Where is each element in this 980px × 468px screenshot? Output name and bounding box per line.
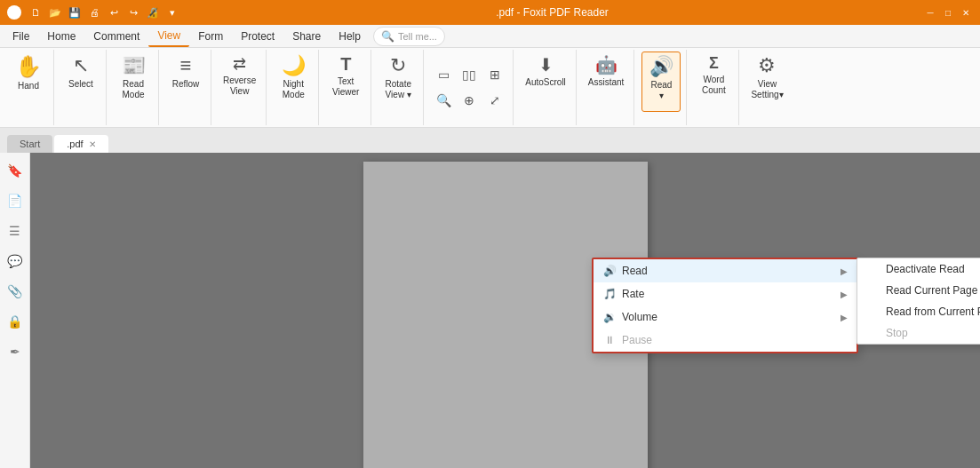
pageview-double-btn[interactable]: ▯▯	[457, 62, 482, 87]
stop-label: Stop	[886, 327, 908, 339]
sidebar-comment-icon[interactable]: 💬	[4, 250, 26, 272]
dropdown-read-item[interactable]: 🔊 Read ▶ Deactivate Read Read Current Pa…	[594, 259, 857, 282]
hand-icon: ✋	[15, 54, 42, 79]
ribbon-toolbar: ✋ Hand ↖ Select 📰 ReadMode ≡ Reflow	[0, 48, 980, 128]
open-btn[interactable]: 📂	[46, 4, 64, 21]
textviewer-label: TextViewer	[332, 76, 359, 98]
viewsetting-group-items: ⚙ ViewSetting▾	[746, 52, 787, 123]
print-btn[interactable]: 🖨	[85, 4, 103, 21]
dropdown-volume-label: Volume	[622, 311, 835, 323]
rotateview-button[interactable]: ↻ RotateView ▾	[378, 52, 418, 112]
menu-share[interactable]: Share	[283, 27, 330, 46]
sidebar-attachment-icon[interactable]: 📎	[4, 281, 26, 302]
customize-btn[interactable]: ▾	[163, 4, 181, 21]
sidebar-page-icon[interactable]: 📄	[4, 190, 26, 211]
menu-file[interactable]: File	[4, 27, 38, 46]
ribbon-group-read: 🔊 Read▾	[636, 50, 687, 125]
tab-start[interactable]: Start	[7, 135, 52, 153]
ribbon-group-autoscroll: ⬇ AutoScroll	[515, 50, 577, 125]
submenu-stop: Stop	[857, 322, 980, 344]
wordcount-icon: Σ	[709, 54, 719, 73]
textviewer-button[interactable]: T TextViewer	[326, 52, 365, 112]
tell-me-text: Tell me...	[398, 31, 437, 42]
new-btn[interactable]: 🗋	[27, 4, 44, 21]
fullscreen-btn[interactable]: ⤢	[482, 88, 507, 113]
nightmode-button[interactable]: 🌙 NightMode	[274, 52, 313, 112]
dropdown-volume-item[interactable]: 🔉 Volume ▶	[594, 305, 857, 329]
rotateview-label: RotateView ▾	[386, 79, 411, 100]
save-btn[interactable]: 💾	[66, 4, 84, 21]
select-group-items: ↖ Select	[61, 52, 100, 123]
ribbon-group-textviewer: T TextViewer	[321, 50, 371, 125]
nightmode-icon: 🌙	[282, 54, 306, 77]
readmode-label: ReadMode	[122, 79, 144, 100]
read-dropdown-menu: 🔊 Read ▶ Deactivate Read Read Current Pa…	[592, 258, 858, 353]
menu-view[interactable]: View	[148, 26, 189, 47]
submenu-readcurrentpage[interactable]: Read Current Page	[857, 280, 980, 301]
autoscroll-button[interactable]: ⬇ AutoScroll	[521, 52, 570, 112]
read-button[interactable]: 🔊 Read▾	[641, 52, 681, 112]
wordcount-label: WordCount	[702, 75, 726, 96]
reverseview-button[interactable]: ⇄ ReverseView	[219, 52, 260, 112]
readmode-button[interactable]: 📰 ReadMode	[114, 52, 153, 112]
reflow-button[interactable]: ≡ Reflow	[166, 52, 205, 112]
sign-protect-btn[interactable]: 🔏	[144, 4, 162, 21]
ribbon-group-reflow: ≡ Reflow	[161, 50, 211, 125]
wordcount-button[interactable]: Σ WordCount	[694, 52, 733, 112]
tab-pdf[interactable]: .pdf ✕	[54, 135, 108, 153]
dropdown-rate-item[interactable]: 🎵 Rate ▶	[594, 282, 857, 305]
menu-comment[interactable]: Comment	[84, 27, 148, 46]
hand-button[interactable]: ✋ Hand	[9, 52, 48, 112]
fit-page-icon: 🔍	[436, 93, 451, 107]
ribbon-group-select: ↖ Select	[56, 50, 107, 125]
tab-pdf-close[interactable]: ✕	[89, 139, 96, 149]
pageview-multi-btn[interactable]: ⊞	[482, 62, 507, 87]
read-label: Read▾	[650, 80, 672, 101]
ribbon-group-reverseview: ⇄ ReverseView	[213, 50, 267, 125]
menu-help[interactable]: Help	[330, 27, 370, 46]
menu-home[interactable]: Home	[38, 27, 84, 46]
sidebar-lock-icon[interactable]: 🔒	[4, 311, 26, 332]
zoom-in-btn[interactable]: ⊕	[457, 88, 482, 113]
dropdown-rate-label: Rate	[622, 288, 835, 300]
sidebar-sign-icon[interactable]: ✒	[4, 341, 26, 362]
minimize-btn[interactable]: ─	[923, 5, 937, 20]
submenu-deactivate[interactable]: Deactivate Read	[857, 258, 980, 280]
pageview-single-btn[interactable]: ▭	[431, 62, 456, 87]
hand-group-items: ✋ Hand	[9, 52, 48, 123]
tell-me-input[interactable]: 🔍 Tell me...	[373, 27, 445, 46]
double-page-icon: ▯▯	[462, 67, 476, 82]
quick-access-toolbar: 🗋 📂 💾 🖨 ↩ ↪ 🔏 ▾	[27, 4, 181, 21]
ribbon-group-readmode: 📰 ReadMode	[108, 50, 159, 125]
sidebar-bookmark-icon[interactable]: 🔖	[4, 160, 26, 181]
menu-protect[interactable]: Protect	[232, 27, 283, 46]
redo-btn[interactable]: ↪	[124, 4, 142, 21]
read-icon: 🔊	[649, 55, 673, 78]
select-label: Select	[68, 79, 93, 90]
fit-page-btn[interactable]: 🔍	[431, 88, 456, 113]
textviewer-group-items: T TextViewer	[326, 52, 365, 123]
sidebar-layers-icon[interactable]: ☰	[4, 220, 26, 242]
readfromcurrentpage-label: Read from Current Page	[886, 305, 980, 318]
ribbon-group-viewsetting: ⚙ ViewSetting▾	[741, 50, 793, 125]
menu-bar: File Home Comment View Form Protect Shar…	[0, 25, 980, 48]
assistant-group-items: 🤖 Assistant	[584, 52, 629, 123]
close-btn[interactable]: ✕	[959, 5, 973, 20]
select-button[interactable]: ↖ Select	[61, 52, 100, 112]
dropdown-read-label: Read	[622, 265, 835, 277]
tab-pdf-label: .pdf	[67, 139, 83, 149]
maximize-btn[interactable]: □	[941, 5, 955, 20]
ribbon-group-pagecontrols: ▭ ▯▯ ⊞ 🔍 ⊕ ⤢	[426, 50, 514, 125]
dropdown-read-icon: 🔊	[602, 264, 617, 278]
menu-form[interactable]: Form	[189, 27, 232, 46]
undo-btn[interactable]: ↩	[105, 4, 123, 21]
readcurrentpage-label: Read Current Page	[886, 284, 977, 297]
autoscroll-label: AutoScroll	[525, 77, 566, 88]
nightmode-group-items: 🌙 NightMode	[274, 52, 313, 123]
dropdown-pause-label: Pause	[622, 334, 848, 346]
assistant-button[interactable]: 🤖 Assistant	[584, 52, 629, 112]
tabs-bar: Start .pdf ✕	[0, 128, 980, 153]
ribbon-group-rotateview: ↻ RotateView ▾	[373, 50, 424, 125]
submenu-readfromcurrentpage[interactable]: Read from Current Page	[857, 301, 980, 322]
viewsetting-button[interactable]: ⚙ ViewSetting▾	[746, 52, 787, 112]
